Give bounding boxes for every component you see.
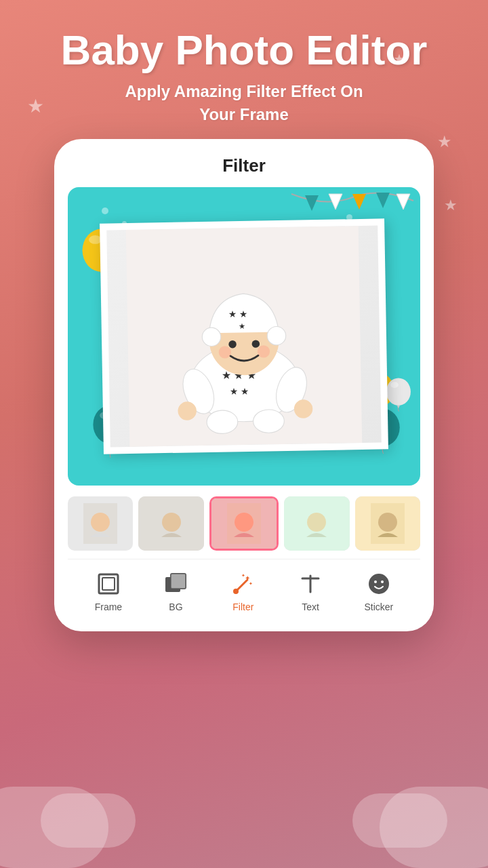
svg-point-61: [369, 574, 389, 594]
svg-marker-4: [396, 194, 410, 210]
filter-label: Filter: [232, 601, 253, 612]
text-icon: [297, 570, 324, 597]
filter-thumb-2[interactable]: [138, 496, 203, 551]
tool-filter[interactable]: ✦ ✦ ✦ Filter: [230, 570, 257, 612]
svg-point-38: [253, 410, 284, 433]
svg-point-62: [374, 580, 377, 583]
sticker-label: Sticker: [365, 601, 394, 612]
svg-point-26: [267, 327, 286, 346]
text-label: Text: [302, 601, 319, 612]
filter-thumb-preview: [68, 496, 133, 551]
photo-inner: ★ ★ ★ ★ ★ ★ ★ ★: [106, 226, 382, 448]
svg-point-14: [386, 378, 411, 406]
svg-point-40: [91, 513, 110, 532]
svg-point-48: [378, 513, 397, 532]
cloud-decoration: [41, 793, 136, 848]
svg-text:✦: ✦: [241, 573, 245, 578]
svg-point-42: [162, 513, 181, 532]
svg-marker-3: [376, 193, 390, 208]
filter-thumb-preview: [355, 496, 420, 551]
filter-thumb-preview: [138, 496, 203, 551]
bg-label: BG: [169, 601, 182, 612]
svg-marker-2: [352, 194, 366, 210]
tool-text[interactable]: Text: [297, 570, 324, 612]
filter-thumb-4[interactable]: [284, 496, 349, 551]
filter-thumb-1[interactable]: [68, 496, 133, 551]
filter-strip: [68, 496, 420, 551]
svg-text:★ ★: ★ ★: [229, 387, 249, 397]
card-title: Filter: [68, 155, 420, 176]
tool-bg[interactable]: BG: [162, 570, 189, 612]
app-subtitle: Apply Amazing Filter Effect OnYour Frame: [27, 80, 461, 125]
svg-point-37: [207, 410, 238, 434]
cloud-decoration: [352, 793, 447, 848]
filter-thumb-3[interactable]: [209, 496, 279, 551]
svg-point-15: [390, 382, 399, 389]
svg-point-58: [233, 589, 239, 594]
tool-sticker[interactable]: Sticker: [365, 570, 394, 612]
svg-marker-0: [305, 195, 319, 211]
star-decoration: ★: [444, 197, 458, 214]
svg-rect-53: [171, 574, 186, 589]
filter-thumb-5[interactable]: [355, 496, 420, 551]
svg-point-46: [307, 513, 326, 532]
bg-icon: [162, 570, 189, 597]
frame-label: Frame: [95, 601, 122, 612]
app-title: Baby Photo Editor: [27, 27, 461, 73]
sticker-icon: [365, 570, 392, 597]
svg-rect-50: [102, 578, 115, 590]
frame-icon: [95, 570, 122, 597]
svg-point-44: [235, 513, 253, 532]
filter-thumb-preview: [284, 496, 349, 551]
filter-thumb-preview: [211, 498, 277, 549]
photo-frame: ★ ★ ★ ★ ★ ★ ★ ★: [100, 219, 388, 454]
svg-text:★ ★: ★ ★: [228, 309, 248, 320]
baby-illustration: ★ ★ ★ ★ ★ ★ ★ ★: [106, 226, 382, 448]
svg-text:★: ★: [239, 322, 245, 330]
filter-icon: ✦ ✦ ✦: [230, 570, 257, 597]
phone-card: Filter: [54, 139, 434, 631]
svg-point-63: [381, 580, 384, 583]
dot-decoration: [102, 208, 108, 214]
svg-point-25: [202, 328, 221, 347]
tool-frame[interactable]: Frame: [95, 570, 122, 612]
main-image-area: ★ ★ ★ ★ ★ ★ ★ ★: [68, 187, 420, 486]
app-header: Baby Photo Editor Apply Amazing Filter E…: [0, 0, 488, 139]
bottom-toolbar: Frame BG ✦ ✦ ✦: [68, 559, 420, 618]
svg-text:✦: ✦: [249, 581, 253, 586]
